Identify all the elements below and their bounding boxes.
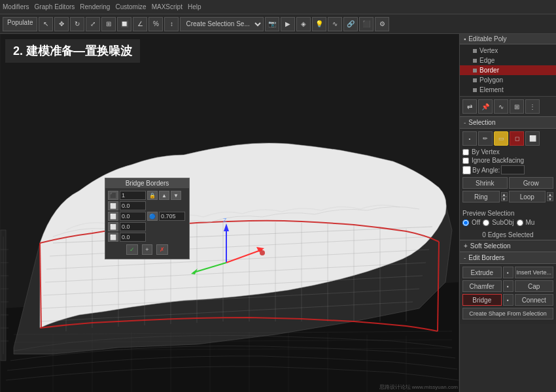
edge-dot: [473, 59, 477, 63]
move-icon[interactable]: ✥: [54, 17, 69, 31]
bridge-dialog-title[interactable]: Bridge Borders: [105, 178, 189, 188]
grid-panel-btn[interactable]: ⊞: [510, 99, 524, 114]
by-angle-checkbox[interactable]: [462, 166, 471, 174]
element-label: Element: [479, 86, 504, 93]
loop-button[interactable]: Loop: [509, 191, 546, 203]
paint-sel-icon[interactable]: ✏: [478, 131, 493, 146]
menu-rendering[interactable]: Rendering: [80, 3, 110, 10]
ring-up-arrow[interactable]: ▲: [501, 192, 508, 197]
multi-radio[interactable]: [517, 220, 523, 226]
material-icon[interactable]: ◈: [296, 17, 311, 31]
seg-lock-icon[interactable]: 🔒: [147, 191, 158, 200]
off-radio[interactable]: [462, 220, 469, 226]
menu-bar[interactable]: Modifiers Graph Editors Rendering Custom…: [0, 0, 556, 14]
create-shape-button[interactable]: Create Shape From Selection: [462, 308, 553, 319]
editable-poly-header[interactable]: ▪ Editable Poly: [460, 34, 556, 44]
polygon-item[interactable]: Polygon: [460, 75, 556, 85]
twist1-input[interactable]: [120, 222, 146, 231]
ignore-backfacing-checkbox[interactable]: [462, 157, 469, 164]
subobj-radio[interactable]: [483, 220, 489, 226]
edit-borders-body: Extrude ▪ Insert Verte... Chamfer ▪ Cap …: [460, 264, 556, 324]
bridge-row: Bridge ▪ Connect: [462, 294, 553, 306]
edit-borders-label: Edit Borders: [468, 254, 504, 261]
menu-graph-editors[interactable]: Graph Editors: [35, 3, 75, 10]
extrude-settings-btn[interactable]: ▪: [503, 267, 513, 278]
bridge-ok-button[interactable]: ✓: [126, 244, 138, 255]
bias-input[interactable]: [120, 212, 146, 221]
edge-sel-icon[interactable]: ◻: [510, 131, 524, 146]
snap-icon[interactable]: 🔲: [117, 17, 131, 31]
insert-vertex-button[interactable]: Insert Verte...: [515, 267, 554, 278]
menu-help[interactable]: Help: [188, 3, 201, 10]
element-dot: [473, 88, 477, 92]
bridge-button[interactable]: Bridge: [462, 294, 502, 306]
vertex-item[interactable]: Vertex: [460, 46, 556, 56]
populate-button[interactable]: Populate: [3, 17, 37, 31]
smooth-input[interactable]: [159, 212, 185, 221]
chamfer-button[interactable]: Chamfer: [462, 280, 502, 292]
menu-customize[interactable]: Customize: [115, 3, 146, 10]
pin-panel-btn[interactable]: 📌: [478, 99, 493, 114]
border-item[interactable]: Border: [460, 65, 556, 75]
segments-input[interactable]: [120, 191, 146, 200]
extrude-button[interactable]: Extrude: [462, 267, 502, 278]
vertex-sel-icon[interactable]: •: [462, 131, 477, 146]
taper-input[interactable]: [120, 201, 146, 210]
scale-icon[interactable]: ⤢: [86, 17, 100, 31]
settings-icon[interactable]: ⚙: [375, 17, 389, 31]
bridge-add-button[interactable]: +: [142, 244, 152, 255]
square-sel-icon[interactable]: ⬜: [525, 131, 540, 146]
connect-button[interactable]: Connect: [515, 294, 554, 306]
camera-icon[interactable]: 📷: [265, 17, 279, 31]
edge-item[interactable]: Edge: [460, 56, 556, 65]
loop-spinner[interactable]: ▲ ▼: [547, 192, 553, 201]
bridge-cancel-button[interactable]: ✗: [156, 244, 168, 255]
create-selection-select[interactable]: Create Selection Se...: [180, 17, 264, 31]
select-icon[interactable]: ↖: [39, 17, 53, 31]
ignore-backfacing-row: Ignore Backfacing: [462, 157, 553, 164]
rotate-icon[interactable]: ↻: [70, 17, 84, 31]
more-panel-btn[interactable]: ⋮: [525, 99, 540, 114]
curve-editor-icon[interactable]: ∿: [328, 17, 342, 31]
angle-value-input[interactable]: 45.0: [501, 165, 525, 174]
element-item[interactable]: Element: [460, 85, 556, 95]
angle-snap-icon[interactable]: ∠: [133, 17, 147, 31]
preview-selection-section: Preview Selection Off SubObj Mu: [460, 207, 556, 230]
render2-icon[interactable]: ⬛: [359, 17, 374, 31]
main-area: Z 2. 建模准备—置换: [0, 34, 556, 392]
selection-header[interactable]: - Selection: [460, 116, 556, 129]
soft-selection-header[interactable]: + Soft Selection: [460, 240, 556, 252]
watermark: 思路设计论坛 www.missyuan.com: [379, 384, 458, 391]
bridge-settings-btn[interactable]: ▪: [503, 294, 513, 306]
render-icon[interactable]: ▶: [281, 17, 295, 31]
ring-button[interactable]: Ring: [462, 191, 500, 203]
seg-down-icon[interactable]: ▼: [171, 191, 181, 200]
edit-borders-header[interactable]: - Edit Borders: [460, 252, 556, 264]
right-panel: ▪ Editable Poly Vertex Edge Border Polyg…: [459, 34, 556, 392]
by-vertex-checkbox[interactable]: [462, 149, 469, 155]
loop-up-arrow[interactable]: ▲: [547, 192, 553, 197]
chamfer-settings-btn[interactable]: ▪: [503, 280, 513, 292]
coords-icon[interactable]: ⊞: [101, 17, 116, 31]
border-sel-icon[interactable]: ▭: [494, 131, 508, 146]
seg-up-icon[interactable]: ▲: [159, 191, 169, 200]
subobj-label: SubObj: [492, 219, 513, 226]
light-icon[interactable]: 💡: [312, 17, 326, 31]
cap-button[interactable]: Cap: [515, 280, 554, 292]
shrink-button[interactable]: Shrink: [462, 177, 508, 189]
viewport-3d[interactable]: Z 2. 建模准备—置换: [0, 34, 459, 392]
link-panel-btn[interactable]: ⇄: [462, 99, 477, 114]
grow-button[interactable]: Grow: [509, 177, 554, 189]
spinner-icon[interactable]: ↕: [164, 17, 179, 31]
curve-panel-btn[interactable]: ∿: [494, 99, 508, 114]
svg-text:Z: Z: [223, 217, 227, 223]
twist2-input[interactable]: [120, 233, 146, 242]
percent-snap-icon[interactable]: %: [148, 17, 163, 31]
ring-down-arrow[interactable]: ▼: [501, 197, 508, 201]
menu-maxscript[interactable]: MAXScript: [152, 3, 182, 10]
ring-spinner[interactable]: ▲ ▼: [501, 192, 508, 201]
editable-poly-tree: Vertex Edge Border Polygon Element: [460, 44, 556, 96]
link2-icon[interactable]: 🔗: [343, 17, 358, 31]
loop-down-arrow[interactable]: ▼: [547, 197, 553, 201]
menu-modifiers[interactable]: Modifiers: [3, 3, 29, 10]
